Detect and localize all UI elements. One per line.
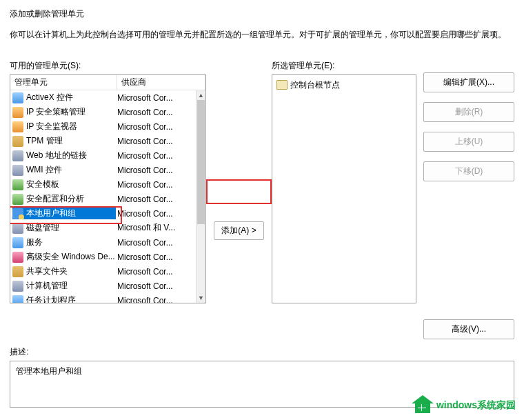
snapin-icon: [12, 121, 23, 132]
snapin-name: 安全模板: [26, 179, 59, 190]
tree-root-item[interactable]: 控制台根节点: [275, 78, 413, 92]
list-item[interactable]: Web 地址的链接Microsoft Cor...: [10, 148, 205, 163]
available-label: 可用的管理单元(S):: [10, 60, 206, 72]
snapin-name: TPM 管理: [26, 135, 63, 147]
snapin-vendor: Microsoft Cor...: [116, 194, 203, 204]
add-button[interactable]: 添加(A) >: [214, 221, 263, 240]
description-label: 描述:: [10, 346, 514, 358]
scrollbar-thumb[interactable]: [197, 100, 205, 224]
scrollbar[interactable]: ▲ ▼: [196, 90, 205, 303]
snapin-icon: [12, 252, 23, 263]
watermark-text: windows系统家园: [436, 399, 516, 412]
snapin-name: 磁盘管理: [26, 222, 59, 234]
list-item[interactable]: IP 安全监视器Microsoft Cor...: [10, 119, 205, 134]
snapin-name: 任务计划程序: [26, 294, 76, 303]
snapin-vendor: Microsoft Cor...: [116, 296, 203, 304]
dialog-subtitle: 你可以在计算机上为此控制台选择可用的管理单元并配置所选的一组管理单元。对于可扩展…: [10, 28, 514, 41]
list-item[interactable]: WMI 控件Microsoft Cor...: [10, 163, 205, 177]
snapin-icon: [12, 208, 23, 219]
advanced-button[interactable]: 高级(V)...: [423, 319, 514, 339]
snapin-name: WMI 控件: [26, 164, 62, 176]
snapin-icon: [12, 136, 23, 147]
snapin-vendor: Microsoft Cor...: [116, 166, 203, 175]
list-item[interactable]: 本地用户和组Microsoft Cor...: [10, 206, 205, 221]
available-list[interactable]: 管理单元 供应商 ActiveX 控件Microsoft Cor...IP 安全…: [10, 74, 206, 303]
snapin-icon: [12, 150, 23, 161]
remove-button[interactable]: 删除(R): [423, 102, 514, 122]
snapin-icon: [12, 237, 23, 248]
move-up-button[interactable]: 上移(U): [423, 132, 514, 152]
snapin-vendor: Microsoft 和 V...: [116, 222, 203, 234]
snapin-name: 高级安全 Windows De...: [26, 251, 115, 263]
watermark-logo-icon: [413, 397, 432, 414]
list-item[interactable]: ActiveX 控件Microsoft Cor...: [10, 90, 205, 105]
description-text: 管理本地用户和组: [16, 366, 82, 376]
selected-label: 所选管理单元(E):: [272, 60, 416, 72]
selected-tree[interactable]: 控制台根节点: [272, 74, 416, 303]
dialog-title: 添加或删除管理单元: [10, 8, 514, 20]
tree-root-label: 控制台根节点: [290, 79, 340, 91]
snapin-vendor: Microsoft Cor...: [116, 209, 203, 219]
snapin-name: 计算机管理: [26, 280, 68, 292]
snapin-icon: [12, 194, 23, 205]
snapin-vendor: Microsoft Cor...: [116, 238, 203, 248]
list-item[interactable]: 任务计划程序Microsoft Cor...: [10, 293, 205, 303]
header-name[interactable]: 管理单元: [10, 74, 117, 90]
list-item[interactable]: 安全模板Microsoft Cor...: [10, 177, 205, 192]
folder-icon: [276, 80, 288, 90]
header-vendor[interactable]: 供应商: [117, 74, 205, 90]
snapin-icon: [12, 165, 23, 176]
edit-extensions-button[interactable]: 编辑扩展(X)...: [423, 72, 514, 92]
snapin-name: 共享文件夹: [26, 266, 68, 277]
snapin-vendor: Microsoft Cor...: [116, 122, 203, 132]
list-item[interactable]: 服务Microsoft Cor...: [10, 235, 205, 250]
scroll-down-icon[interactable]: ▼: [196, 293, 205, 303]
snapin-vendor: Microsoft Cor...: [116, 108, 203, 117]
snapin-name: ActiveX 控件: [26, 92, 73, 103]
move-down-button[interactable]: 下移(D): [423, 161, 514, 181]
snapin-name: IP 安全监视器: [26, 121, 77, 132]
available-list-header: 管理单元 供应商: [10, 75, 205, 90]
snapin-vendor: Microsoft Cor...: [116, 267, 203, 277]
snapin-icon: [12, 179, 23, 190]
list-item[interactable]: 计算机管理Microsoft Cor...: [10, 279, 205, 293]
list-item[interactable]: 高级安全 Windows De...Microsoft Cor...: [10, 250, 205, 264]
scroll-up-icon[interactable]: ▲: [196, 90, 205, 100]
snapin-icon: [12, 266, 23, 277]
snapin-vendor: Microsoft Cor...: [116, 151, 203, 161]
snapin-name: 本地用户和组: [26, 208, 76, 219]
snapin-icon: [12, 223, 23, 234]
snapin-name: 服务: [26, 237, 43, 248]
snapin-icon: [12, 107, 23, 118]
watermark: windows系统家园: [413, 397, 516, 414]
list-item[interactable]: 磁盘管理Microsoft 和 V...: [10, 221, 205, 235]
snapin-vendor: Microsoft Cor...: [116, 180, 203, 190]
snapin-vendor: Microsoft Cor...: [116, 252, 203, 262]
list-item[interactable]: 安全配置和分析Microsoft Cor...: [10, 192, 205, 206]
snapin-name: 安全配置和分析: [26, 193, 84, 205]
snapin-vendor: Microsoft Cor...: [116, 93, 203, 103]
snapin-name: IP 安全策略管理: [26, 106, 85, 118]
snapin-icon: [12, 281, 23, 292]
list-item[interactable]: IP 安全策略管理Microsoft Cor...: [10, 105, 205, 119]
snapin-name: Web 地址的链接: [26, 150, 87, 161]
snapin-icon: [12, 295, 23, 304]
snapin-vendor: Microsoft Cor...: [116, 281, 203, 291]
list-item[interactable]: TPM 管理Microsoft Cor...: [10, 134, 205, 148]
snapin-vendor: Microsoft Cor...: [116, 137, 203, 146]
snapin-icon: [12, 92, 23, 103]
list-item[interactable]: 共享文件夹Microsoft Cor...: [10, 264, 205, 279]
